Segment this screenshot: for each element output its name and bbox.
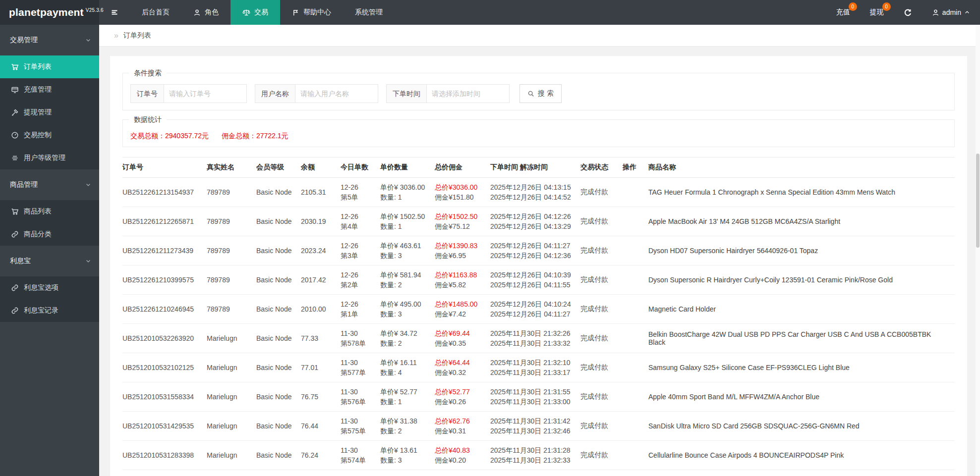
order-unfreeze-time-cell: 2025年11月30日 21:32:102025年11月30日 21:33:17 (490, 358, 580, 377)
member-level-cell: Basic Node (256, 247, 301, 255)
balance-cell: 2023.24 (301, 247, 341, 255)
sidebar-item-label: 商品列表 (24, 207, 52, 216)
topnav-item-dashboard[interactable]: 后台首页 (130, 0, 181, 25)
sidebar-item-label: 利息宝记录 (24, 306, 58, 315)
page-scrollbar[interactable] (976, 25, 980, 476)
sidebar-group-interest-treasure[interactable]: 利息宝 (0, 246, 99, 276)
stats-fieldset: 数据统计 交易总额：2940357.72元 佣金总额：27722.1元 (122, 119, 955, 147)
chevron-down-icon (85, 37, 91, 43)
order-no-cell: UB2512261211273439 (122, 247, 207, 255)
real-name-cell: Marielugn (207, 334, 256, 342)
topnav-item-help-center[interactable]: 帮助中心 (280, 0, 343, 25)
table-row: UB2512010531144071MarielugnBasic Node75.… (122, 470, 955, 476)
sidebar-item-label: 利息宝选项 (24, 283, 58, 292)
sidebar-group-product-management[interactable]: 商品管理 (0, 169, 99, 200)
sidebar-item-product-category[interactable]: 商品分类 (0, 223, 99, 246)
order-unfreeze-time-cell: 2025年11月30日 21:31:422025年11月30日 21:32:46 (490, 416, 580, 436)
member-level-cell: Basic Node (256, 334, 301, 342)
today-orders-cell: 11-30第574单 (341, 445, 380, 465)
levels-icon (11, 154, 19, 162)
topnav-item-roles[interactable]: 角色 (181, 0, 231, 25)
user-name-input[interactable] (295, 84, 378, 103)
withdraw-button[interactable]: 提现 0 (860, 0, 894, 25)
product-name-cell: Dyson HD07 Supersonic Hairdryer 56440926… (648, 247, 955, 255)
topnav-label: 交易 (254, 8, 268, 17)
user-menu[interactable]: admin (922, 0, 980, 25)
order-no-cell: UB2512261212265871 (122, 217, 207, 225)
real-name-cell: Marielugn (207, 393, 256, 401)
column-header: 今日单数 (341, 158, 380, 177)
column-header: 订单号 (122, 158, 207, 177)
trade-status-cell: 完成付款 (580, 392, 623, 401)
sidebar-item-interest-options[interactable]: 利息宝选项 (0, 276, 99, 299)
column-header: 单价数量 (380, 158, 435, 177)
sidebar-item-user-level-management[interactable]: 用户等级管理 (0, 147, 99, 169)
column-header: 操作 (623, 158, 648, 177)
cart-icon (11, 63, 19, 71)
today-orders-cell: 12-26第1单 (341, 299, 380, 319)
menu-toggle-icon[interactable] (99, 0, 130, 25)
search-form: 订单号 用户名称 下单时间 搜 索 (130, 84, 947, 103)
table-row: UB2512261212265871789789Basic Node2030.1… (122, 207, 955, 236)
balance-cell: 2010.00 (301, 305, 341, 313)
order-unfreeze-time-cell: 2025年12月26日 04:10:392025年12月26日 04:11:55 (490, 270, 580, 290)
flag-icon (292, 9, 299, 16)
trade-status-cell: 完成付款 (580, 246, 623, 255)
main-panel: 条件搜索 订单号 用户名称 下单时间 搜 索 数据统计 交易总额：2940357… (110, 56, 967, 476)
trade-status-cell: 完成付款 (580, 188, 623, 197)
topnav-item-trade[interactable]: 交易 (231, 0, 280, 25)
sidebar-item-order-list[interactable]: 订单列表 (0, 55, 99, 78)
sidebar-item-interest-records[interactable]: 利息宝记录 (0, 299, 99, 322)
price-qty-cell: 单价¥ 16.11数量: 4 (380, 358, 435, 377)
sidebar-item-withdraw-management[interactable]: 提现管理 (0, 101, 99, 124)
balance-cell: 77.01 (301, 364, 341, 371)
order-time-input[interactable] (426, 84, 510, 103)
sidebar-submenu-product: 商品列表 商品分类 (0, 200, 99, 246)
chevron-down-icon (85, 258, 91, 264)
search-fieldset: 条件搜索 订单号 用户名称 下单时间 搜 索 (122, 73, 955, 110)
real-name-cell: Marielugn (207, 451, 256, 459)
total-commission-cell: 总价¥1390.83佣金¥6.95 (435, 241, 490, 261)
topnav-label: 后台首页 (142, 8, 170, 17)
sidebar: 交易管理 订单列表 充值管理 提现管理 交易控制 用户等级管理 商品管理 (0, 25, 99, 476)
sidebar-item-recharge-management[interactable]: 充值管理 (0, 78, 99, 101)
refresh-button[interactable] (894, 0, 922, 25)
table-row: UB2512010531558334MarielugnBasic Node76.… (122, 382, 955, 412)
order-no-field-group: 订单号 (130, 84, 247, 103)
table-row: UB2512261210399575789789Basic Node2017.4… (122, 265, 955, 295)
search-button[interactable]: 搜 索 (519, 84, 562, 103)
sidebar-item-trade-control[interactable]: 交易控制 (0, 124, 99, 147)
product-name-cell: Magnetic Card Holder (648, 305, 955, 313)
sidebar-item-product-list[interactable]: 商品列表 (0, 200, 99, 223)
order-no-cell: UB2512010532102125 (122, 364, 207, 371)
order-time-field-group: 下单时间 (386, 84, 510, 103)
recharge-button[interactable]: 充值 0 (826, 0, 860, 25)
price-qty-cell: 单价¥ 13.61数量: 3 (380, 445, 435, 465)
topnav-item-system[interactable]: 系统管理 (343, 0, 395, 25)
page-scrollbar-thumb[interactable] (976, 154, 980, 248)
product-name-cell: Samsung Galaxy S25+ Silicone Case EF-PS9… (648, 364, 955, 371)
search-button-label: 搜 索 (538, 89, 554, 98)
total-commission-cell: 总价¥1485.00佣金¥7.42 (435, 299, 490, 319)
topnav-label: 系统管理 (355, 8, 383, 17)
order-no-input[interactable] (164, 84, 247, 103)
today-orders-cell: 12-26第5单 (341, 182, 380, 202)
balance-cell: 76.24 (301, 451, 341, 459)
price-qty-cell: 单价¥ 581.94数量: 2 (380, 270, 435, 290)
sidebar-group-trade-management[interactable]: 交易管理 (0, 25, 99, 55)
sidebar-group-label: 商品管理 (10, 180, 38, 189)
link-icon (11, 230, 19, 238)
breadcrumb: » 订单列表 (99, 25, 980, 47)
balance-cell: 77.33 (301, 334, 341, 342)
username-label: admin (942, 8, 961, 16)
sidebar-item-label: 用户等级管理 (24, 154, 65, 162)
total-commission-cell: 总价¥64.44佣金¥0.32 (435, 358, 490, 377)
order-unfreeze-time-cell: 2025年11月30日 21:31:552025年11月30日 21:33:00 (490, 387, 580, 407)
scales-icon (242, 8, 250, 16)
gauge-icon (11, 131, 19, 139)
order-no-cell: UB2512261210246945 (122, 305, 207, 313)
table-row: UB2512010532102125MarielugnBasic Node77.… (122, 353, 955, 382)
column-header: 会员等级 (256, 158, 301, 177)
price-qty-cell: 单价¥ 34.72数量: 2 (380, 328, 435, 348)
product-name-cell: TAG Heuer Formula 1 Chronograph x Senna … (648, 188, 955, 196)
